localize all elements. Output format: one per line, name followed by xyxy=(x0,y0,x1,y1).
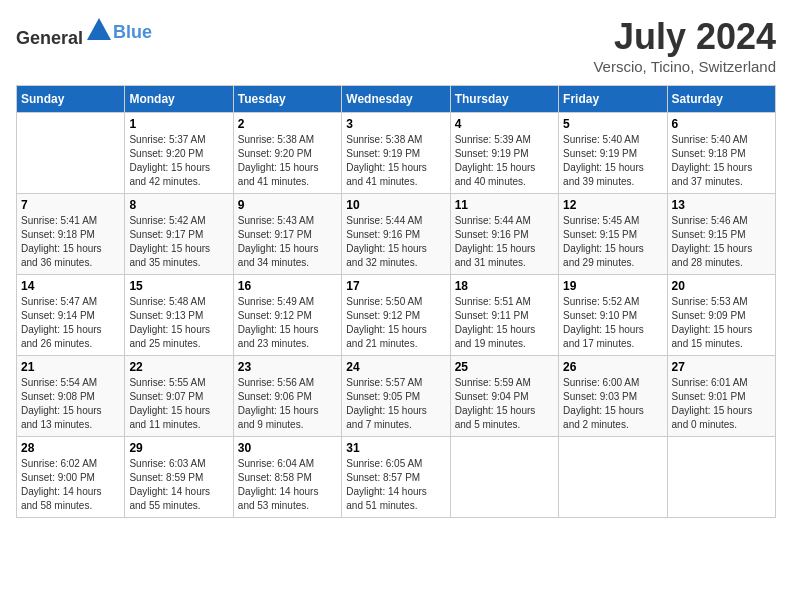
day-number: 26 xyxy=(563,360,662,374)
day-info: Sunrise: 6:02 AMSunset: 9:00 PMDaylight:… xyxy=(21,457,120,513)
day-number: 16 xyxy=(238,279,337,293)
day-info: Sunrise: 5:52 AMSunset: 9:10 PMDaylight:… xyxy=(563,295,662,351)
day-info: Sunrise: 5:48 AMSunset: 9:13 PMDaylight:… xyxy=(129,295,228,351)
day-number: 28 xyxy=(21,441,120,455)
day-info: Sunrise: 5:43 AMSunset: 9:17 PMDaylight:… xyxy=(238,214,337,270)
calendar-cell xyxy=(17,113,125,194)
day-info: Sunrise: 5:49 AMSunset: 9:12 PMDaylight:… xyxy=(238,295,337,351)
day-number: 17 xyxy=(346,279,445,293)
calendar-cell: 24Sunrise: 5:57 AMSunset: 9:05 PMDayligh… xyxy=(342,356,450,437)
calendar-week-row: 7Sunrise: 5:41 AMSunset: 9:18 PMDaylight… xyxy=(17,194,776,275)
calendar-cell: 22Sunrise: 5:55 AMSunset: 9:07 PMDayligh… xyxy=(125,356,233,437)
day-info: Sunrise: 5:57 AMSunset: 9:05 PMDaylight:… xyxy=(346,376,445,432)
calendar-cell: 29Sunrise: 6:03 AMSunset: 8:59 PMDayligh… xyxy=(125,437,233,518)
calendar-week-row: 21Sunrise: 5:54 AMSunset: 9:08 PMDayligh… xyxy=(17,356,776,437)
day-number: 30 xyxy=(238,441,337,455)
day-info: Sunrise: 5:56 AMSunset: 9:06 PMDaylight:… xyxy=(238,376,337,432)
column-header-monday: Monday xyxy=(125,86,233,113)
calendar-cell: 2Sunrise: 5:38 AMSunset: 9:20 PMDaylight… xyxy=(233,113,341,194)
calendar-cell: 11Sunrise: 5:44 AMSunset: 9:16 PMDayligh… xyxy=(450,194,558,275)
calendar-cell: 18Sunrise: 5:51 AMSunset: 9:11 PMDayligh… xyxy=(450,275,558,356)
day-number: 5 xyxy=(563,117,662,131)
day-info: Sunrise: 5:41 AMSunset: 9:18 PMDaylight:… xyxy=(21,214,120,270)
day-number: 19 xyxy=(563,279,662,293)
column-header-wednesday: Wednesday xyxy=(342,86,450,113)
day-info: Sunrise: 5:39 AMSunset: 9:19 PMDaylight:… xyxy=(455,133,554,189)
day-number: 12 xyxy=(563,198,662,212)
svg-marker-0 xyxy=(87,18,111,40)
day-number: 7 xyxy=(21,198,120,212)
calendar-cell: 15Sunrise: 5:48 AMSunset: 9:13 PMDayligh… xyxy=(125,275,233,356)
calendar-cell: 25Sunrise: 5:59 AMSunset: 9:04 PMDayligh… xyxy=(450,356,558,437)
calendar-cell: 16Sunrise: 5:49 AMSunset: 9:12 PMDayligh… xyxy=(233,275,341,356)
calendar-cell: 7Sunrise: 5:41 AMSunset: 9:18 PMDaylight… xyxy=(17,194,125,275)
day-number: 31 xyxy=(346,441,445,455)
location-title: Verscio, Ticino, Switzerland xyxy=(593,58,776,75)
day-number: 23 xyxy=(238,360,337,374)
day-info: Sunrise: 5:37 AMSunset: 9:20 PMDaylight:… xyxy=(129,133,228,189)
day-number: 1 xyxy=(129,117,228,131)
calendar-cell: 6Sunrise: 5:40 AMSunset: 9:18 PMDaylight… xyxy=(667,113,775,194)
day-info: Sunrise: 6:05 AMSunset: 8:57 PMDaylight:… xyxy=(346,457,445,513)
column-header-saturday: Saturday xyxy=(667,86,775,113)
day-info: Sunrise: 5:40 AMSunset: 9:19 PMDaylight:… xyxy=(563,133,662,189)
calendar-header-row: SundayMondayTuesdayWednesdayThursdayFrid… xyxy=(17,86,776,113)
calendar-cell: 9Sunrise: 5:43 AMSunset: 9:17 PMDaylight… xyxy=(233,194,341,275)
calendar-cell: 14Sunrise: 5:47 AMSunset: 9:14 PMDayligh… xyxy=(17,275,125,356)
day-info: Sunrise: 5:47 AMSunset: 9:14 PMDaylight:… xyxy=(21,295,120,351)
calendar-body: 1Sunrise: 5:37 AMSunset: 9:20 PMDaylight… xyxy=(17,113,776,518)
calendar-table: SundayMondayTuesdayWednesdayThursdayFrid… xyxy=(16,85,776,518)
day-number: 3 xyxy=(346,117,445,131)
calendar-cell: 31Sunrise: 6:05 AMSunset: 8:57 PMDayligh… xyxy=(342,437,450,518)
day-info: Sunrise: 6:00 AMSunset: 9:03 PMDaylight:… xyxy=(563,376,662,432)
day-number: 9 xyxy=(238,198,337,212)
day-number: 29 xyxy=(129,441,228,455)
day-number: 13 xyxy=(672,198,771,212)
day-number: 27 xyxy=(672,360,771,374)
title-area: July 2024 Verscio, Ticino, Switzerland xyxy=(593,16,776,75)
calendar-cell: 5Sunrise: 5:40 AMSunset: 9:19 PMDaylight… xyxy=(559,113,667,194)
calendar-cell: 21Sunrise: 5:54 AMSunset: 9:08 PMDayligh… xyxy=(17,356,125,437)
logo-icon xyxy=(85,16,113,44)
day-number: 6 xyxy=(672,117,771,131)
day-number: 11 xyxy=(455,198,554,212)
calendar-week-row: 28Sunrise: 6:02 AMSunset: 9:00 PMDayligh… xyxy=(17,437,776,518)
day-number: 14 xyxy=(21,279,120,293)
column-header-friday: Friday xyxy=(559,86,667,113)
day-info: Sunrise: 5:38 AMSunset: 9:20 PMDaylight:… xyxy=(238,133,337,189)
day-info: Sunrise: 5:51 AMSunset: 9:11 PMDaylight:… xyxy=(455,295,554,351)
calendar-cell: 3Sunrise: 5:38 AMSunset: 9:19 PMDaylight… xyxy=(342,113,450,194)
column-header-sunday: Sunday xyxy=(17,86,125,113)
day-info: Sunrise: 6:03 AMSunset: 8:59 PMDaylight:… xyxy=(129,457,228,513)
calendar-cell: 27Sunrise: 6:01 AMSunset: 9:01 PMDayligh… xyxy=(667,356,775,437)
day-info: Sunrise: 6:04 AMSunset: 8:58 PMDaylight:… xyxy=(238,457,337,513)
calendar-cell: 19Sunrise: 5:52 AMSunset: 9:10 PMDayligh… xyxy=(559,275,667,356)
day-number: 10 xyxy=(346,198,445,212)
calendar-cell: 20Sunrise: 5:53 AMSunset: 9:09 PMDayligh… xyxy=(667,275,775,356)
day-number: 25 xyxy=(455,360,554,374)
column-header-thursday: Thursday xyxy=(450,86,558,113)
calendar-cell xyxy=(450,437,558,518)
calendar-cell: 26Sunrise: 6:00 AMSunset: 9:03 PMDayligh… xyxy=(559,356,667,437)
day-number: 20 xyxy=(672,279,771,293)
day-number: 22 xyxy=(129,360,228,374)
calendar-cell: 28Sunrise: 6:02 AMSunset: 9:00 PMDayligh… xyxy=(17,437,125,518)
day-info: Sunrise: 5:44 AMSunset: 9:16 PMDaylight:… xyxy=(346,214,445,270)
column-header-tuesday: Tuesday xyxy=(233,86,341,113)
day-info: Sunrise: 5:55 AMSunset: 9:07 PMDaylight:… xyxy=(129,376,228,432)
day-number: 15 xyxy=(129,279,228,293)
logo: General Blue xyxy=(16,16,152,49)
calendar-cell: 23Sunrise: 5:56 AMSunset: 9:06 PMDayligh… xyxy=(233,356,341,437)
calendar-cell: 30Sunrise: 6:04 AMSunset: 8:58 PMDayligh… xyxy=(233,437,341,518)
calendar-cell xyxy=(667,437,775,518)
day-number: 2 xyxy=(238,117,337,131)
day-info: Sunrise: 5:40 AMSunset: 9:18 PMDaylight:… xyxy=(672,133,771,189)
calendar-cell: 10Sunrise: 5:44 AMSunset: 9:16 PMDayligh… xyxy=(342,194,450,275)
calendar-cell: 1Sunrise: 5:37 AMSunset: 9:20 PMDaylight… xyxy=(125,113,233,194)
day-number: 18 xyxy=(455,279,554,293)
logo-blue-text: Blue xyxy=(113,22,152,42)
day-info: Sunrise: 5:44 AMSunset: 9:16 PMDaylight:… xyxy=(455,214,554,270)
day-info: Sunrise: 5:45 AMSunset: 9:15 PMDaylight:… xyxy=(563,214,662,270)
day-info: Sunrise: 5:50 AMSunset: 9:12 PMDaylight:… xyxy=(346,295,445,351)
calendar-cell: 13Sunrise: 5:46 AMSunset: 9:15 PMDayligh… xyxy=(667,194,775,275)
